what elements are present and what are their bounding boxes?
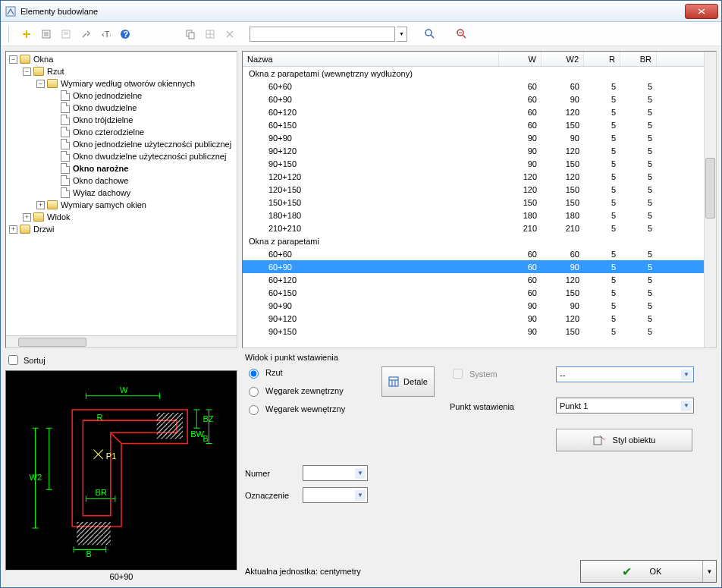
list-item[interactable]: 150+15015015055 — [243, 196, 716, 209]
radio-wegarek-zew[interactable]: Węgarek zewnętrzny — [245, 385, 366, 397]
help-icon[interactable]: ? — [116, 25, 134, 43]
properties-icon[interactable] — [37, 25, 55, 43]
tree-item[interactable]: Okno czterodzielne — [50, 126, 235, 138]
section-title: Widok i punkt wstawienia — [245, 353, 717, 362]
close-button[interactable] — [685, 4, 718, 19]
svg-text:W2: W2 — [29, 473, 42, 482]
svg-text:P1: P1 — [106, 451, 117, 461]
list-item[interactable]: 180+18018018055 — [243, 209, 716, 222]
list-item[interactable]: 90+1209012055 — [243, 144, 716, 157]
list-group[interactable]: Okna z parapetami — [243, 234, 716, 247]
tree-item[interactable]: Okno narożne — [50, 162, 235, 175]
svg-text:BZ: BZ — [202, 414, 213, 423]
svg-point-9 — [425, 30, 432, 36]
new-icon[interactable] — [17, 25, 36, 43]
list-item[interactable]: 210+21021021055 — [243, 222, 716, 234]
list-item[interactable]: 120+15012015055 — [243, 183, 716, 196]
search-input[interactable] — [250, 27, 395, 42]
list-item[interactable]: 120+12012012055 — [243, 170, 716, 183]
table-icon[interactable] — [201, 25, 219, 43]
list-item[interactable]: 90+1509015055 — [243, 325, 716, 338]
tools-icon[interactable] — [77, 25, 95, 43]
radio-rzut[interactable]: Rzut — [245, 366, 366, 379]
system-checkbox-row: System — [450, 366, 541, 381]
tree-item[interactable]: Okno dwudzielne użyteczności publicznej — [50, 150, 235, 162]
numer-label: Numer — [245, 469, 294, 478]
tree-item[interactable]: Okno trójdzielne — [50, 114, 235, 126]
copy-icon[interactable] — [181, 25, 199, 43]
text-icon[interactable]: ‹T› — [96, 25, 115, 43]
list-item[interactable]: 90+90909055 — [243, 131, 716, 144]
svg-rect-11 — [157, 413, 183, 439]
list-item[interactable]: 60+1506015055 — [243, 286, 716, 299]
sort-label: Sortuj — [24, 356, 46, 365]
list-view[interactable]: Nazwa W W2 R BR Okna z parapetami (wewnę… — [242, 51, 717, 348]
style-button[interactable]: Styl obiektu — [556, 429, 692, 451]
list-header: Nazwa W W2 R BR — [243, 52, 716, 67]
svg-text:W: W — [120, 385, 128, 395]
ok-dropdown[interactable]: ▼ — [702, 561, 716, 582]
svg-text:?: ? — [124, 29, 129, 38]
list-item[interactable]: 60+60606055 — [243, 247, 716, 260]
find-icon[interactable] — [453, 25, 471, 43]
toolbar: ‹T› ? ▼ — [1, 22, 721, 46]
list-group[interactable]: Okna z parapetami (wewnętrzny wydłużony) — [243, 67, 716, 80]
list-item[interactable]: 60+60606055 — [243, 80, 716, 93]
list-item[interactable]: 60+1506015055 — [243, 118, 716, 131]
list-item[interactable]: 90+1209012055 — [243, 312, 716, 325]
list-icon[interactable] — [57, 25, 75, 43]
svg-text:‹T›: ‹T› — [102, 30, 111, 39]
punkt-label: Punkt wstawienia — [450, 402, 541, 411]
system-combo[interactable]: --▼ — [556, 366, 694, 382]
check-icon: ✔ — [622, 564, 632, 579]
tree-view[interactable]: −Okna −Rzut −Wymiary według otworów okie… — [5, 51, 237, 348]
oznaczenie-label: Oznaczenie — [245, 491, 294, 500]
titlebar: Elementy budowlane — [1, 1, 721, 22]
svg-rect-23 — [594, 437, 601, 445]
list-item[interactable]: 60+90609055 — [243, 260, 716, 273]
details-icon — [388, 376, 399, 387]
style-icon — [593, 435, 605, 445]
window-title: Elementy budowlane — [20, 7, 98, 16]
svg-rect-7 — [189, 33, 194, 39]
dialog-window: Elementy budowlane ‹T› ? ▼ −Okna — [0, 0, 722, 588]
col-w[interactable]: W — [499, 52, 542, 66]
ok-button[interactable]: ✔OK ▼ — [580, 560, 717, 583]
tree-item[interactable]: Okno jednodzielne — [50, 90, 235, 102]
tree-item[interactable]: Okno dwudzielne — [50, 102, 235, 114]
list-v-scrollbar[interactable] — [704, 52, 716, 347]
list-item[interactable]: 60+1206012055 — [243, 273, 716, 286]
svg-rect-12 — [77, 522, 111, 545]
svg-text:B: B — [86, 550, 91, 559]
col-name[interactable]: Nazwa — [243, 52, 499, 66]
svg-text:R: R — [97, 413, 103, 422]
col-r[interactable]: R — [584, 52, 620, 66]
oznaczenie-combo[interactable]: ▼ — [303, 487, 368, 503]
tree-item[interactable]: Wyłaz dachowy — [50, 187, 235, 199]
svg-rect-22 — [389, 377, 398, 386]
punkt-combo[interactable]: Punkt 1▼ — [556, 398, 694, 413]
preview-canvas: W W2 R BR BZ B BW B P1 — [5, 370, 237, 571]
col-w2[interactable]: W2 — [542, 52, 584, 66]
svg-text:BR: BR — [96, 488, 107, 497]
details-button[interactable]: Detale — [381, 366, 435, 397]
svg-text:BW: BW — [190, 429, 204, 439]
app-icon — [5, 6, 16, 17]
search-icon[interactable] — [421, 25, 439, 43]
delete-icon[interactable] — [221, 25, 239, 43]
radio-wegarek-wew[interactable]: Węgarek wewnętrzny — [245, 403, 366, 415]
list-item[interactable]: 60+1206012055 — [243, 105, 716, 118]
sort-checkbox[interactable] — [8, 355, 18, 365]
preview-label: 60+90 — [5, 571, 237, 583]
system-checkbox — [453, 369, 463, 379]
unit-text: Aktualna jednostka: centymetry — [245, 567, 361, 576]
search-dropdown[interactable]: ▼ — [397, 27, 407, 42]
list-item[interactable]: 90+90909055 — [243, 299, 716, 312]
tree-h-scrollbar[interactable] — [6, 335, 237, 347]
col-br[interactable]: BR — [620, 52, 657, 66]
list-item[interactable]: 90+1509015055 — [243, 157, 716, 170]
tree-item[interactable]: Okno dachowe — [50, 175, 235, 187]
tree-item[interactable]: Okno jednodzielne użyteczności publiczne… — [50, 138, 235, 150]
numer-combo[interactable]: ▼ — [303, 465, 368, 481]
list-item[interactable]: 60+90609055 — [243, 93, 716, 105]
